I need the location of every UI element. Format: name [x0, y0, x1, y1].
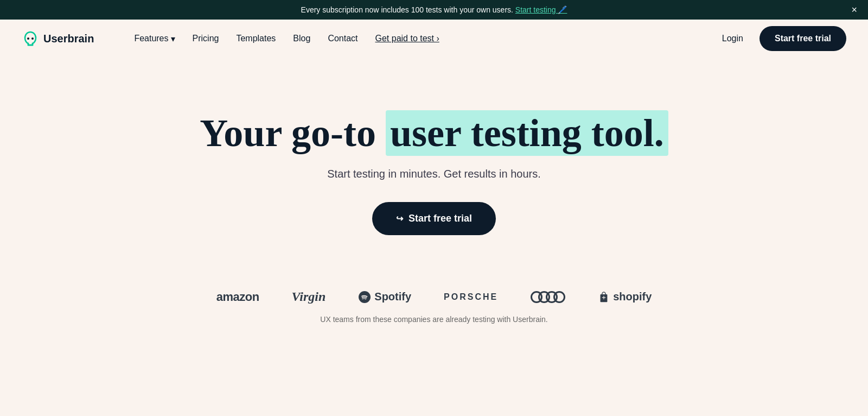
logo[interactable]: Userbrain: [22, 30, 94, 47]
shopify-logo: shopify: [598, 291, 652, 303]
nav-blog[interactable]: Blog: [285, 29, 318, 48]
logos-section: amazon Virgin Spotify PORSCHE: [0, 268, 868, 356]
navbar: Userbrain Features ▾ Pricing Templates B…: [0, 20, 868, 58]
banner-close-button[interactable]: ×: [851, 5, 857, 15]
spotify-circle-icon: [358, 291, 371, 304]
banner-text: Every subscription now includes 100 test…: [301, 5, 567, 14]
nav-actions: Login Start free trial: [714, 26, 846, 51]
nav-links: Features ▾ Pricing Templates Blog Contac…: [126, 29, 714, 48]
nav-features[interactable]: Features ▾: [126, 29, 182, 48]
login-button[interactable]: Login: [714, 29, 751, 48]
porsche-logo: PORSCHE: [444, 292, 498, 302]
banner-link[interactable]: Start testing 🖊️: [515, 5, 567, 14]
start-trial-nav-button[interactable]: Start free trial: [760, 26, 846, 51]
hero-section: Your go-to user testing tool. Start test…: [0, 58, 868, 268]
userbrain-logo-icon: [22, 30, 39, 47]
hero-title-highlight: user testing tool.: [386, 110, 668, 156]
nav-get-paid[interactable]: Get paid to test ›: [368, 29, 447, 48]
hero-cta-label: Start free trial: [409, 213, 472, 224]
start-trial-hero-button[interactable]: ↪ Start free trial: [372, 202, 496, 235]
shopify-bag-icon: [598, 291, 610, 303]
nav-pricing[interactable]: Pricing: [185, 29, 227, 48]
hero-subtitle: Start testing in minutes. Get results in…: [327, 168, 541, 180]
nav-templates[interactable]: Templates: [228, 29, 283, 48]
hero-title: Your go-to user testing tool.: [200, 112, 668, 155]
svg-point-1: [27, 37, 29, 40]
logos-row: amazon Virgin Spotify PORSCHE: [216, 289, 652, 304]
amazon-logo: amazon: [216, 290, 259, 304]
virgin-logo: Virgin: [292, 289, 326, 304]
top-banner: Every subscription now includes 100 test…: [0, 0, 868, 20]
audi-rings-icon: [531, 291, 565, 303]
svg-point-2: [31, 37, 34, 40]
chevron-down-icon: ▾: [171, 34, 175, 44]
logo-text: Userbrain: [43, 33, 94, 45]
logos-caption: UX teams from these companies are alread…: [320, 315, 547, 324]
nav-contact[interactable]: Contact: [320, 29, 365, 48]
arrow-icon: ↪: [396, 213, 403, 224]
spotify-logo: Spotify: [358, 291, 411, 304]
audi-logo: [531, 291, 565, 303]
